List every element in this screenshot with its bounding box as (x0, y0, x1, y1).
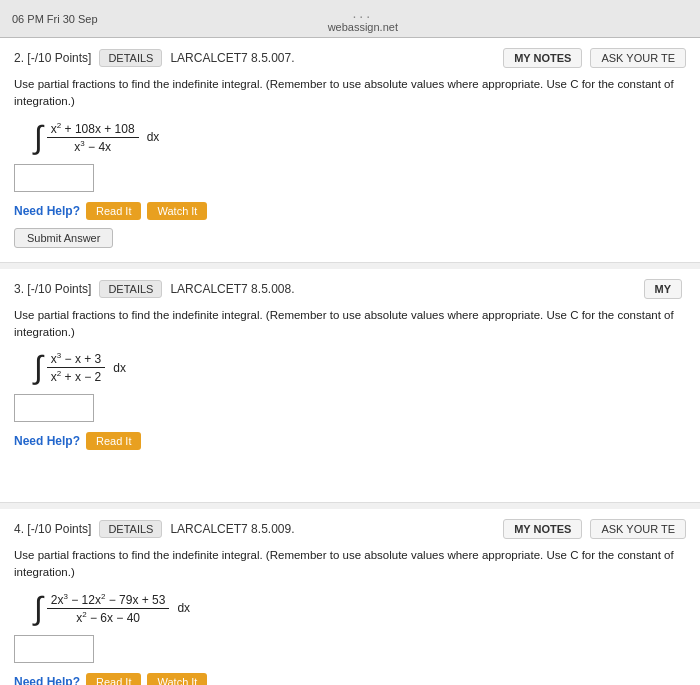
q2-denominator: x3 − 4x (70, 138, 115, 154)
question-2-block: 2. [-/10 Points] DETAILS LARCALCET7 8.5.… (0, 38, 700, 263)
q4-problem-id: LARCALCET7 8.5.009. (170, 522, 503, 536)
q3-denominator: x2 + x − 2 (47, 368, 105, 384)
q4-integral-sign: ∫ (34, 592, 43, 624)
content-area: 2. [-/10 Points] DETAILS LARCALCET7 8.5.… (0, 38, 700, 685)
q3-need-help-label: Need Help? (14, 434, 80, 448)
q2-number: 2. [-/10 Points] (14, 51, 91, 65)
q4-read-it-button[interactable]: Read It (86, 673, 141, 686)
q2-need-help-row: Need Help? Read It Watch It (14, 202, 686, 220)
q2-dx: dx (147, 130, 160, 144)
q2-integral-sign: ∫ (34, 121, 43, 153)
q3-integral-sign: ∫ (34, 351, 43, 383)
q2-instruction: Use partial fractions to find the indefi… (14, 76, 686, 111)
url-display: ... webassign.net (328, 5, 398, 33)
q3-instruction: Use partial fractions to find the indefi… (14, 307, 686, 342)
top-bar: 06 PM Fri 30 Sep ... webassign.net (0, 0, 700, 38)
q4-number: 4. [-/10 Points] (14, 522, 91, 536)
q3-number: 3. [-/10 Points] (14, 282, 91, 296)
q2-watch-it-button[interactable]: Watch It (147, 202, 207, 220)
q2-integral: ∫ x2 + 108x + 108 x3 − 4x dx (34, 121, 686, 154)
q3-read-it-button[interactable]: Read It (86, 432, 141, 450)
q3-dx: dx (113, 361, 126, 375)
question-4-block: 4. [-/10 Points] DETAILS LARCALCET7 8.5.… (0, 509, 700, 685)
q3-fraction: x3 − x + 3 x2 + x − 2 (47, 351, 105, 384)
q4-need-help-row: Need Help? Read It Watch It (14, 673, 686, 686)
url-text: webassign.net (328, 21, 398, 33)
q3-need-help-row: Need Help? Read It (14, 432, 686, 450)
q2-need-help-label: Need Help? (14, 204, 80, 218)
q3-numerator: x3 − x + 3 (47, 351, 105, 368)
q4-watch-it-button[interactable]: Watch It (147, 673, 207, 686)
q4-denominator: x2 − 6x − 40 (72, 609, 144, 625)
q3-answer-input[interactable] (14, 394, 94, 422)
q2-submit-button[interactable]: Submit Answer (14, 228, 113, 248)
question-4-header: 4. [-/10 Points] DETAILS LARCALCET7 8.5.… (14, 519, 686, 539)
q4-instruction: Use partial fractions to find the indefi… (14, 547, 686, 582)
q3-my-notes-button[interactable]: MY (644, 279, 683, 299)
question-2-header: 2. [-/10 Points] DETAILS LARCALCET7 8.5.… (14, 48, 686, 68)
q4-dx: dx (177, 601, 190, 615)
q3-integral: ∫ x3 − x + 3 x2 + x − 2 dx (34, 351, 686, 384)
q4-ask-teacher-button[interactable]: ASK YOUR TE (590, 519, 686, 539)
q3-details-button[interactable]: DETAILS (99, 280, 162, 298)
q3-problem-id: LARCALCET7 8.5.008. (170, 282, 643, 296)
q3-top-buttons: MY (644, 279, 687, 299)
browser-dots: ... (328, 5, 398, 21)
q4-integral: ∫ 2x3 − 12x2 − 79x + 53 x2 − 6x − 40 dx (34, 592, 686, 625)
q2-read-it-button[interactable]: Read It (86, 202, 141, 220)
question-3-block: 3. [-/10 Points] DETAILS LARCALCET7 8.5.… (0, 269, 700, 504)
q4-need-help-label: Need Help? (14, 675, 80, 686)
q4-numerator: 2x3 − 12x2 − 79x + 53 (47, 592, 170, 609)
question-3-header: 3. [-/10 Points] DETAILS LARCALCET7 8.5.… (14, 279, 686, 299)
q2-details-button[interactable]: DETAILS (99, 49, 162, 67)
q4-fraction: 2x3 − 12x2 − 79x + 53 x2 − 6x − 40 (47, 592, 170, 625)
q2-fraction: x2 + 108x + 108 x3 − 4x (47, 121, 139, 154)
time-display: 06 PM Fri 30 Sep (12, 13, 98, 25)
q2-numerator: x2 + 108x + 108 (47, 121, 139, 138)
q2-problem-id: LARCALCET7 8.5.007. (170, 51, 503, 65)
q4-details-button[interactable]: DETAILS (99, 520, 162, 538)
q4-top-buttons: MY NOTES ASK YOUR TE (503, 519, 686, 539)
q2-ask-teacher-button[interactable]: ASK YOUR TE (590, 48, 686, 68)
q2-top-buttons: MY NOTES ASK YOUR TE (503, 48, 686, 68)
q2-my-notes-button[interactable]: MY NOTES (503, 48, 582, 68)
q4-my-notes-button[interactable]: MY NOTES (503, 519, 582, 539)
q2-answer-input[interactable] (14, 164, 94, 192)
q4-answer-input[interactable] (14, 635, 94, 663)
